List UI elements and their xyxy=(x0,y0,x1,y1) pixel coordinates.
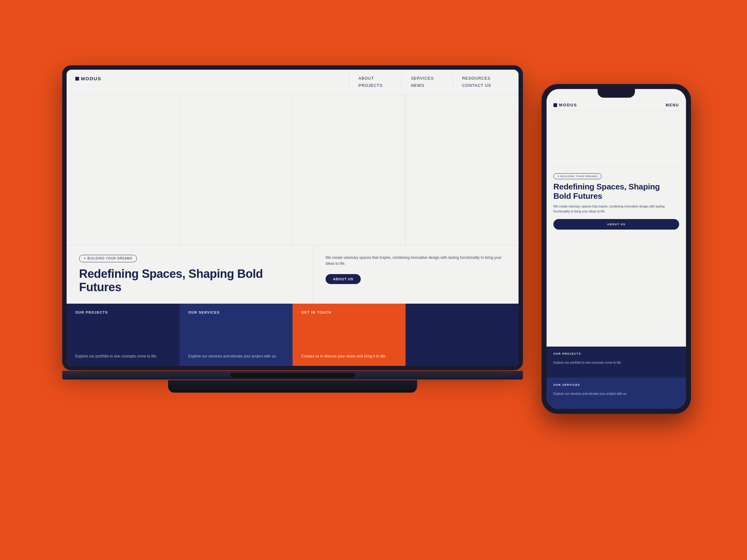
nav-contact[interactable]: CONTACT US xyxy=(462,83,491,88)
card-services-desc: Explore our services and elevate your pr… xyxy=(188,353,284,359)
phone-logo-text: MODUS xyxy=(559,103,577,107)
laptop-tag-pill: BUILDING YOUR DREAMS xyxy=(79,255,137,262)
hero-col-1 xyxy=(67,95,180,245)
nav-col-1: ABOUT PROJECTS xyxy=(349,75,401,89)
card-services-label: OUR SERVICES xyxy=(188,311,284,314)
phone-card-projects[interactable]: OUR PROJECTS Explore our portfolio to se… xyxy=(546,347,686,378)
hero-col-4 xyxy=(406,95,518,245)
laptop-bottom-cards: OUR PROJECTS Explore our portfolio to se… xyxy=(67,304,518,366)
hero-col-3 xyxy=(292,95,406,245)
laptop-hero-grid xyxy=(67,95,518,245)
nav-news[interactable]: NEWS xyxy=(411,83,434,88)
laptop-logo[interactable]: MODUS xyxy=(75,75,101,81)
nav-col-3: RESOURCES CONTACT US xyxy=(453,75,510,89)
laptop-card-projects[interactable]: OUR PROJECTS Explore our portfolio to se… xyxy=(67,304,180,366)
card-projects-desc: Explore our portfolio to see concepts co… xyxy=(75,353,171,359)
phone-logo-icon xyxy=(553,103,557,107)
nav-resources[interactable]: RESOURCES xyxy=(462,76,491,81)
phone-notch xyxy=(598,89,635,98)
laptop-screen: MODUS ABOUT PROJECTS SERVICES NEWS RESOU… xyxy=(67,70,518,366)
phone-hero-heading: Redefining Spaces, Shaping Bold Futures xyxy=(553,182,679,201)
phone-card-services[interactable]: OUR SERVICES Explore our services and el… xyxy=(546,378,686,409)
phone-hero-desc: We create visionary spaces that inspire,… xyxy=(553,204,679,214)
laptop-card-extra xyxy=(406,304,518,366)
nav-services[interactable]: SERVICES xyxy=(411,76,434,81)
phone-tag-pill: BUILDING YOUR DREAMS xyxy=(553,173,602,179)
laptop-hero-desc: We create visionary spaces that inspire,… xyxy=(326,255,506,267)
phone-card-services-desc: Explore our services and elevate your pr… xyxy=(553,391,679,396)
laptop-card-contact[interactable]: GET IN TOUCH Contact us to discuss your … xyxy=(292,304,406,366)
phone-card-projects-desc: Explore our portfolio to see concepts co… xyxy=(553,360,679,365)
nav-col-2: SERVICES NEWS xyxy=(401,75,453,89)
laptop-about-button[interactable]: ABOUT US xyxy=(326,274,361,284)
laptop-base xyxy=(62,371,523,379)
laptop-stand xyxy=(168,380,417,393)
logo-icon xyxy=(75,77,79,81)
phone-hero: BUILDING YOUR DREAMS Redefining Spaces, … xyxy=(546,167,686,347)
phone-card-services-label: OUR SERVICES xyxy=(553,383,679,386)
hero-text-right: We create visionary spaces that inspire,… xyxy=(313,245,518,304)
card-contact-label: GET IN TOUCH xyxy=(301,311,397,314)
card-projects-label: OUR PROJECTS xyxy=(75,311,171,314)
phone-card-projects-label: OUR PROJECTS xyxy=(553,352,679,355)
hero-col-2 xyxy=(180,95,292,245)
phone-device: MODUS MENU BUILDING YOUR DREAMS Redefini… xyxy=(542,84,691,414)
laptop-hero-heading: Redefining Spaces, Shaping Bold Futures xyxy=(79,267,300,294)
laptop-nav: MODUS ABOUT PROJECTS SERVICES NEWS RESOU… xyxy=(67,70,518,95)
laptop-device: MODUS ABOUT PROJECTS SERVICES NEWS RESOU… xyxy=(62,65,523,439)
phone-nav: MODUS MENU xyxy=(546,100,686,111)
laptop-body: MODUS ABOUT PROJECTS SERVICES NEWS RESOU… xyxy=(62,65,523,370)
laptop-hinge xyxy=(230,373,355,377)
card-contact-desc: Contact us to discuss your vision and br… xyxy=(301,353,397,359)
laptop-hero-text: BUILDING YOUR DREAMS Redefining Spaces, … xyxy=(67,245,518,304)
phone-logo[interactable]: MODUS xyxy=(553,103,577,107)
phone-screen: MODUS MENU BUILDING YOUR DREAMS Redefini… xyxy=(546,89,686,409)
phone-menu-button[interactable]: MENU xyxy=(666,103,679,107)
laptop-nav-cols: ABOUT PROJECTS SERVICES NEWS RESOURCES C… xyxy=(349,75,510,89)
phone-about-button[interactable]: ABOUT US xyxy=(553,219,679,230)
laptop-logo-text: MODUS xyxy=(81,76,101,81)
phone-bottom-cards: OUR PROJECTS Explore our portfolio to se… xyxy=(546,347,686,409)
nav-about[interactable]: ABOUT xyxy=(359,76,383,81)
scene: MODUS ABOUT PROJECTS SERVICES NEWS RESOU… xyxy=(47,47,700,513)
laptop-card-services[interactable]: OUR SERVICES Explore our services and el… xyxy=(180,304,292,366)
phone-image-area xyxy=(546,111,686,167)
hero-text-left: BUILDING YOUR DREAMS Redefining Spaces, … xyxy=(67,245,313,304)
nav-projects[interactable]: PROJECTS xyxy=(359,83,383,88)
